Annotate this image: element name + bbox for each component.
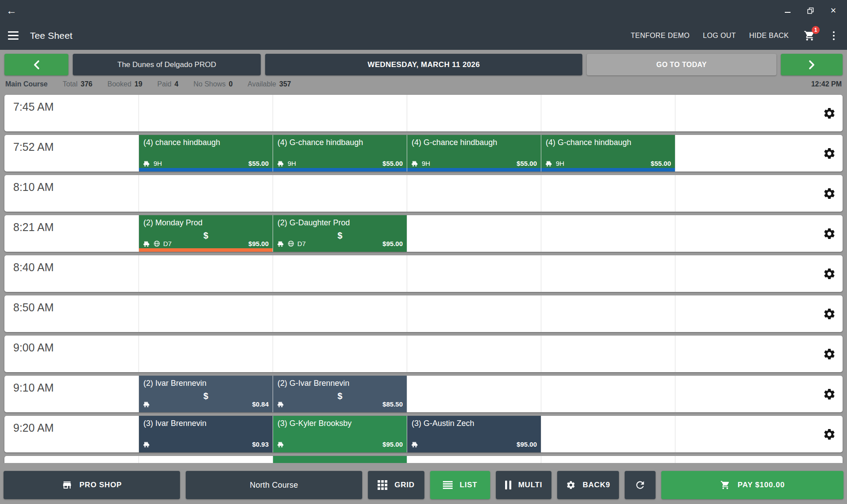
booking-card[interactable]: (3) Ivar Brennevin$0.93 — [139, 416, 273, 452]
tee-slot-empty[interactable] — [273, 336, 407, 372]
row-settings-gear-icon[interactable] — [822, 227, 836, 241]
tee-time-label[interactable]: 8:40 AM — [4, 255, 139, 292]
booking-name: (3) G-Kyler Brooksby — [277, 419, 403, 428]
button-label: PAY $100.00 — [738, 481, 785, 489]
tee-slot-empty[interactable] — [139, 95, 273, 131]
booking-card[interactable]: (2) Monday Prod$D7$95.00 — [139, 215, 273, 252]
kebab-menu-icon[interactable] — [830, 30, 837, 41]
tee-slot-empty[interactable] — [541, 456, 675, 463]
row-actions — [675, 376, 843, 412]
tee-sheet-grid: 7:45 AM7:52 AM(4) chance hindbaugh9H$55.… — [0, 93, 847, 463]
tee-slot-empty[interactable] — [407, 175, 541, 212]
row-settings-gear-icon[interactable] — [822, 347, 836, 361]
tee-slot-empty[interactable] — [139, 456, 273, 463]
tee-slot-empty[interactable] — [407, 456, 541, 463]
tee-time-row: 9:20 AM(3) Ivar Brennevin$0.93(3) G-Kyle… — [4, 416, 843, 452]
back9-button[interactable]: BACK9 — [557, 471, 619, 499]
booking-card[interactable]: (4) chance hindbaugh9H$55.00 — [139, 135, 273, 172]
tee-slot-empty[interactable] — [541, 376, 675, 412]
tee-slot-empty[interactable] — [139, 336, 273, 372]
booking-card[interactable]: (4) G-chance hindbaugh9H$55.00 — [407, 135, 541, 172]
tee-slot-empty[interactable] — [541, 215, 675, 252]
row-settings-gear-icon[interactable] — [822, 106, 836, 120]
tee-slot-empty[interactable] — [407, 255, 541, 292]
tee-slot-empty[interactable] — [407, 295, 541, 332]
restore-icon[interactable] — [806, 7, 814, 15]
tee-slot-empty[interactable] — [541, 336, 675, 372]
close-icon[interactable]: × — [829, 7, 837, 15]
pro-shop-button[interactable]: PRO SHOP — [4, 471, 180, 499]
tee-time-label[interactable]: 9:30 AM — [4, 456, 139, 463]
grid-button[interactable]: GRID — [368, 471, 424, 499]
tee-slot-empty[interactable] — [407, 376, 541, 412]
next-day-button[interactable] — [781, 54, 843, 75]
tee-slot: (4) chance hindbaugh9H$55.00 — [139, 135, 273, 172]
row-settings-gear-icon[interactable] — [822, 187, 836, 201]
tee-time-label[interactable]: 8:21 AM — [4, 215, 139, 252]
shopping-cart-icon[interactable]: 1 — [802, 29, 817, 42]
tee-time-label[interactable]: 9:00 AM — [4, 336, 139, 372]
tee-slot-empty[interactable] — [541, 295, 675, 332]
list-button[interactable]: LIST — [430, 471, 490, 499]
row-settings-gear-icon[interactable] — [822, 427, 836, 441]
row-settings-gear-icon[interactable] — [822, 307, 836, 321]
booking-price: $85.50 — [382, 400, 403, 408]
menu-item-hide-back[interactable]: HIDE BACK — [749, 32, 789, 40]
tee-slot-empty[interactable] — [273, 175, 407, 212]
stat-value: 376 — [81, 80, 93, 88]
tee-slot-empty[interactable] — [139, 295, 273, 332]
multi-button[interactable]: MULTI — [496, 471, 551, 499]
tee-slot-empty[interactable] — [407, 336, 541, 372]
row-settings-gear-icon[interactable] — [822, 267, 836, 281]
booking-card[interactable]: (3) G-Austin Zech$95.00 — [407, 416, 541, 452]
booking-card[interactable]: (2) G-Ivar Brennevin$$85.50 — [273, 376, 407, 412]
course-select-button[interactable]: The Dunes of Delgado PROD — [73, 54, 261, 75]
tee-slot-empty[interactable] — [541, 175, 675, 212]
tee-slot-empty[interactable] — [541, 95, 675, 131]
button-label: BACK9 — [583, 481, 611, 489]
go-to-today-button[interactable]: GO TO TODAY — [587, 54, 776, 75]
tee-slot-empty[interactable] — [541, 416, 675, 452]
booking-card[interactable]: (2) Ivar Brennevin$$0.84 — [139, 376, 273, 412]
minimize-icon[interactable] — [783, 7, 791, 15]
course-toggle-button[interactable]: North Course — [186, 471, 362, 499]
menu-item-log-out[interactable]: LOG OUT — [703, 32, 736, 40]
tee-time-label[interactable]: 7:45 AM — [4, 95, 139, 131]
tee-slot-empty[interactable] — [139, 175, 273, 212]
booking-card[interactable]: (4) G-chance hindbaugh9H$55.00 — [541, 135, 675, 172]
tee-slot: (2) Monday Prod$D7$95.00 — [139, 215, 273, 252]
booking-card[interactable]: (4) G-chance hindbaugh9H$55.00 — [273, 135, 407, 172]
tee-slot-empty[interactable] — [139, 255, 273, 292]
golf-cart-icon — [143, 401, 150, 407]
tee-slot-empty[interactable] — [273, 255, 407, 292]
prev-day-button[interactable] — [4, 54, 68, 75]
pay-button[interactable]: PAY $100.00 — [661, 471, 843, 499]
tee-slot-empty[interactable] — [407, 215, 541, 252]
booking-card[interactable]: (3) G-Kyler Brooksby$95.00 — [273, 416, 407, 452]
tee-time-label[interactable]: 9:10 AM — [4, 376, 139, 412]
refresh-button[interactable] — [625, 471, 656, 499]
tee-time-label[interactable]: 9:20 AM — [4, 416, 139, 452]
booking-details: $0.93 — [143, 441, 269, 448]
stat-value: 4 — [175, 80, 179, 88]
menu-icon[interactable] — [8, 31, 19, 40]
booking-card[interactable]: (2) G-Daughter Prod$D7$95.00 — [273, 215, 407, 252]
tee-slot-empty[interactable] — [541, 255, 675, 292]
tee-time-label[interactable]: 8:50 AM — [4, 295, 139, 332]
row-settings-gear-icon[interactable] — [822, 146, 836, 161]
booking-status-bar — [407, 168, 541, 172]
tee-time-label[interactable]: 8:10 AM — [4, 175, 139, 212]
golf-cart-icon — [143, 240, 150, 247]
tee-slot-empty[interactable] — [273, 295, 407, 332]
row-settings-gear-icon[interactable] — [822, 387, 836, 401]
menu-item-tenfore-demo[interactable]: TENFORE DEMO — [631, 32, 690, 40]
booking-status-bar — [273, 168, 407, 172]
date-button[interactable]: WEDNESDAY, MARCH 11 2026 — [265, 54, 582, 75]
tee-slot-empty[interactable] — [407, 95, 541, 131]
tee-time-label[interactable]: 7:52 AM — [4, 135, 139, 172]
storefront-icon — [62, 480, 72, 490]
booking-card[interactable] — [273, 456, 407, 463]
back-arrow-icon[interactable]: ← — [6, 5, 17, 16]
stat-label: Total — [63, 80, 78, 88]
tee-slot-empty[interactable] — [273, 95, 407, 131]
